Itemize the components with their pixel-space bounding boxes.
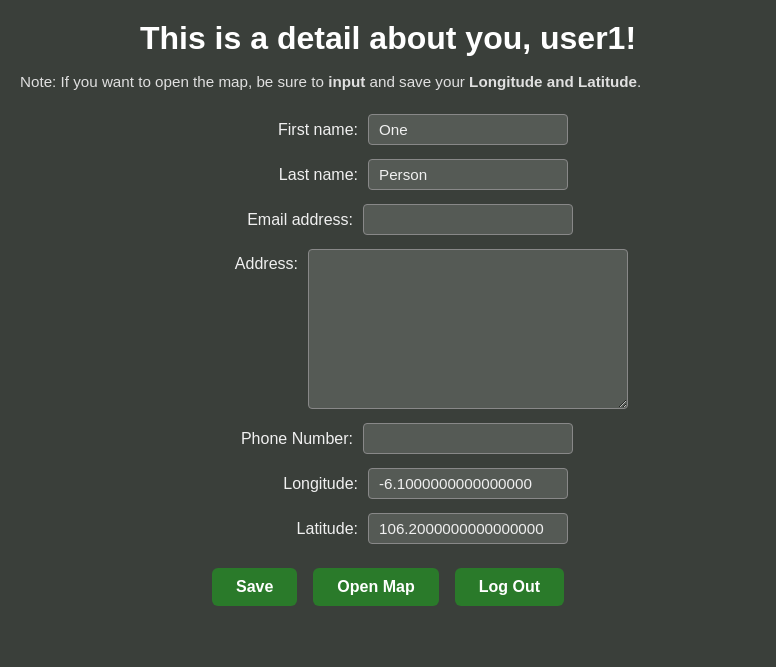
note-suffix: .	[637, 73, 641, 90]
note-prefix: Note: If you want to open the map, be su…	[20, 73, 328, 90]
address-label: Address:	[148, 249, 308, 273]
note-input-bold: input	[328, 73, 365, 90]
first-name-label: First name:	[208, 121, 368, 139]
note-text: Note: If you want to open the map, be su…	[20, 73, 756, 90]
phone-input[interactable]	[363, 423, 573, 454]
latitude-row: Latitude:	[20, 513, 756, 544]
last-name-row: Last name:	[20, 159, 756, 190]
address-textarea[interactable]	[308, 249, 628, 409]
latitude-input[interactable]	[368, 513, 568, 544]
latitude-label: Latitude:	[208, 520, 368, 538]
longitude-row: Longitude:	[20, 468, 756, 499]
buttons-row: Save Open Map Log Out	[20, 568, 756, 606]
email-label: Email address:	[203, 211, 363, 229]
email-row: Email address:	[20, 204, 756, 235]
phone-label: Phone Number:	[203, 430, 363, 448]
longitude-input[interactable]	[368, 468, 568, 499]
page-title: This is a detail about you, user1!	[20, 20, 756, 57]
longitude-label: Longitude:	[208, 475, 368, 493]
note-middle: and save your	[365, 73, 469, 90]
last-name-label: Last name:	[208, 166, 368, 184]
save-button[interactable]: Save	[212, 568, 297, 606]
first-name-row: First name:	[20, 114, 756, 145]
first-name-input[interactable]	[368, 114, 568, 145]
phone-row: Phone Number:	[20, 423, 756, 454]
open-map-button[interactable]: Open Map	[313, 568, 438, 606]
note-longlat-bold: Longitude and Latitude	[469, 73, 637, 90]
email-input[interactable]	[363, 204, 573, 235]
last-name-input[interactable]	[368, 159, 568, 190]
address-row: Address:	[20, 249, 756, 409]
log-out-button[interactable]: Log Out	[455, 568, 564, 606]
